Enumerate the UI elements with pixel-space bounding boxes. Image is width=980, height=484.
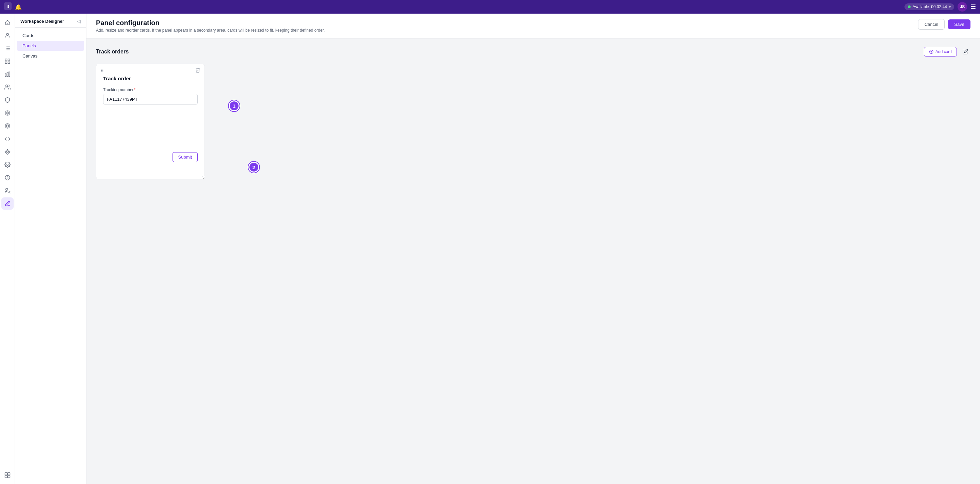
step-badge-2: 2: [248, 162, 259, 173]
cancel-button[interactable]: Cancel: [918, 19, 945, 30]
svg-rect-25: [5, 473, 7, 475]
user-icon[interactable]: [2, 81, 14, 93]
puzzle-icon[interactable]: [2, 146, 14, 158]
tracking-number-label: Tracking number*: [103, 88, 198, 92]
page-description: Add, resize and reorder cards. If the pa…: [96, 28, 325, 33]
pencil-icon: [963, 49, 968, 54]
menu-icon[interactable]: ☰: [970, 3, 976, 11]
circle-help-icon[interactable]: [2, 172, 14, 184]
svg-point-19: [7, 113, 8, 113]
save-button[interactable]: Save: [948, 19, 970, 29]
resize-handle-icon: ⌟: [202, 174, 203, 178]
status-dot: [908, 5, 911, 8]
widgets-icon[interactable]: [2, 469, 14, 481]
delete-card-button[interactable]: [195, 67, 200, 74]
code-icon[interactable]: [2, 133, 14, 145]
logo-icon[interactable]: it: [4, 2, 11, 11]
svg-rect-27: [5, 476, 7, 478]
svg-text:it: it: [6, 4, 10, 9]
svg-point-2: [6, 33, 8, 35]
nav-item-panels[interactable]: Panels: [17, 41, 84, 51]
tracking-number-input[interactable]: [103, 94, 198, 105]
drag-handle-icon[interactable]: ⠿: [100, 68, 104, 73]
edit-panel-button[interactable]: [960, 47, 970, 57]
svg-rect-9: [5, 59, 7, 61]
topbar: it 🔔 Available 00:02:44 ▾ JS ☰: [0, 0, 980, 14]
svg-rect-26: [8, 473, 10, 475]
svg-point-24: [8, 192, 10, 193]
panel-section-title: Track orders: [96, 49, 129, 55]
page-title: Panel configuration: [96, 19, 325, 27]
content-area: Panel configuration Add, resize and reor…: [86, 14, 980, 484]
panel-content: Track orders Add card 1 2: [86, 38, 980, 484]
card-title: Track order: [103, 71, 198, 81]
svg-rect-11: [5, 62, 7, 64]
workspace-designer-title: Workspace Designer: [21, 19, 64, 24]
home-icon[interactable]: [2, 16, 14, 29]
svg-rect-13: [5, 74, 6, 76]
svg-rect-15: [8, 72, 10, 76]
collapse-button[interactable]: ◁: [77, 18, 81, 24]
content-header: Panel configuration Add, resize and reor…: [86, 14, 980, 38]
avatar[interactable]: JS: [958, 2, 967, 11]
status-label: Available: [913, 5, 929, 9]
person-cog-icon[interactable]: [2, 185, 14, 197]
nav-item-cards[interactable]: Cards: [17, 31, 84, 40]
svg-point-21: [6, 164, 8, 166]
status-chevron-icon[interactable]: ▾: [949, 5, 951, 9]
globe-icon[interactable]: [2, 120, 14, 132]
target-icon[interactable]: [2, 107, 14, 119]
shield-icon[interactable]: [2, 94, 14, 106]
bar-chart-icon[interactable]: [2, 68, 14, 80]
timer-label: 00:02:44: [931, 5, 947, 9]
grid-icon[interactable]: [2, 55, 14, 67]
list-icon[interactable]: [2, 42, 14, 54]
nav-item-canvas[interactable]: Canvas: [17, 51, 84, 61]
icon-sidebar: [0, 14, 15, 484]
plus-circle-icon: [929, 49, 934, 54]
svg-rect-14: [7, 73, 8, 76]
svg-rect-12: [8, 62, 10, 64]
settings-icon[interactable]: [2, 159, 14, 171]
bell-icon[interactable]: 🔔: [15, 4, 22, 10]
card-track-order: ⠿ Track order Tracking number*: [96, 64, 205, 179]
svg-point-16: [5, 85, 8, 87]
svg-point-23: [5, 188, 8, 190]
svg-rect-10: [8, 59, 10, 61]
canvas-edit-icon[interactable]: [2, 197, 14, 210]
submit-button[interactable]: Submit: [172, 152, 198, 162]
left-panel-nav: Cards Panels Canvas: [15, 27, 86, 64]
contacts-icon[interactable]: [2, 29, 14, 41]
svg-rect-28: [8, 476, 10, 478]
left-panel: Workspace Designer ◁ Cards Panels Canvas: [15, 14, 86, 484]
step-badge-1: 1: [229, 100, 240, 111]
add-card-button[interactable]: Add card: [924, 47, 957, 56]
status-indicator: Available 00:02:44 ▾: [904, 3, 954, 10]
